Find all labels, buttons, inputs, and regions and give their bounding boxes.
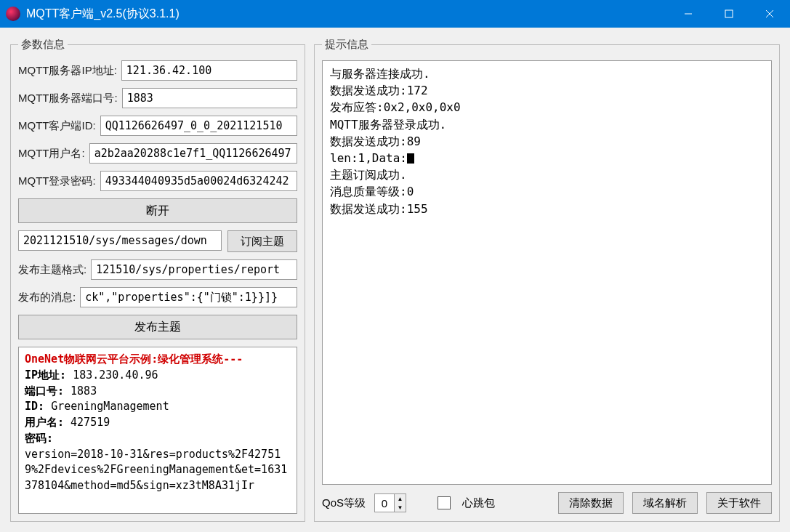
minimize-button[interactable]	[668, 0, 709, 28]
bottom-bar: QoS等级 ▲ ▼ 心跳包 清除数据 域名解析 关于软件	[322, 492, 772, 514]
app-icon	[6, 7, 20, 21]
dns-button[interactable]: 域名解析	[632, 492, 698, 514]
pub-msg-input[interactable]	[80, 287, 297, 307]
about-button[interactable]: 关于软件	[706, 492, 772, 514]
svg-rect-1	[725, 10, 733, 17]
clear-button[interactable]: 清除数据	[558, 492, 624, 514]
example-pwd: version=2018-10-31&res=products%2F427519…	[25, 448, 287, 493]
example-ip: 183.230.40.96	[73, 368, 158, 382]
qos-spinner[interactable]: ▲ ▼	[374, 493, 406, 512]
log-output[interactable]: 与服务器连接成功. 数据发送成功:172 发布应答:0x2,0x0,0x0 MQ…	[322, 60, 772, 485]
user-label: MQTT用户名:	[18, 147, 85, 161]
heartbeat-checkbox[interactable]	[438, 496, 451, 509]
qos-label: QoS等级	[322, 496, 366, 510]
publish-button[interactable]: 发布主题	[18, 315, 297, 339]
example-ip-label: IP地址:	[25, 368, 66, 382]
sub-topic-input[interactable]	[18, 230, 222, 251]
qos-down-icon[interactable]: ▼	[395, 503, 406, 512]
example-port-label: 端口号:	[25, 384, 64, 398]
titlebar: MQTT客户端_v2.5(协议3.1.1)	[0, 0, 790, 28]
example-port: 1883	[70, 384, 97, 398]
data-block-icon	[407, 153, 414, 164]
example-textarea[interactable]: OneNet物联网云平台示例:绿化管理系统--- IP地址: 183.230.4…	[18, 347, 297, 514]
example-pwd-label: 密码:	[25, 432, 53, 445]
heartbeat-label: 心跳包	[462, 496, 495, 510]
ip-label: MQTT服务器IP地址:	[18, 64, 117, 78]
qos-up-icon[interactable]: ▲	[395, 494, 406, 503]
example-id-label: ID:	[25, 400, 44, 413]
pwd-label: MQTT登录密码:	[18, 174, 96, 188]
example-user-label: 用户名:	[25, 416, 64, 429]
user-input[interactable]	[89, 143, 297, 164]
window-title: MQTT客户端_v2.5(协议3.1.1)	[26, 7, 668, 22]
example-id: GreeningManagement	[51, 400, 169, 413]
close-button[interactable]	[749, 0, 790, 28]
example-user: 427519	[70, 416, 110, 429]
ip-input[interactable]	[121, 60, 297, 81]
clientid-input[interactable]	[100, 116, 297, 136]
qos-input[interactable]	[375, 494, 394, 512]
pub-msg-label: 发布的消息:	[18, 291, 76, 305]
subscribe-button[interactable]: 订阅主题	[227, 230, 297, 252]
clientid-label: MQTT客户端ID:	[18, 119, 96, 133]
params-legend: 参数信息	[18, 38, 68, 52]
pub-topic-input[interactable]	[91, 259, 297, 280]
port-label: MQTT服务器端口号:	[18, 92, 118, 105]
pwd-input[interactable]	[100, 171, 297, 191]
pub-topic-label: 发布主题格式:	[18, 263, 86, 277]
maximize-button[interactable]	[709, 0, 749, 28]
example-title: OneNet物联网云平台示例:绿化管理系统---	[25, 352, 243, 366]
params-group: 参数信息 MQTT服务器IP地址: MQTT服务器端口号: MQTT客户端ID:…	[10, 38, 305, 522]
hint-group: 提示信息 与服务器连接成功. 数据发送成功:172 发布应答:0x2,0x0,0…	[314, 38, 780, 522]
disconnect-button[interactable]: 断开	[18, 198, 297, 223]
port-input[interactable]	[122, 88, 297, 108]
hint-legend: 提示信息	[322, 38, 371, 52]
